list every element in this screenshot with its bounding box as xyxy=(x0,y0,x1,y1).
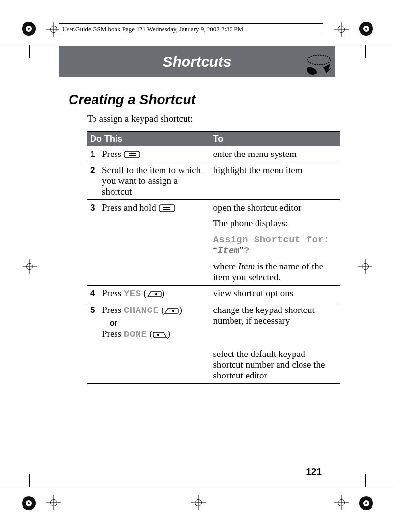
step-action: Press and hold xyxy=(99,200,210,286)
step-number: 1 xyxy=(87,146,99,162)
svg-point-5 xyxy=(365,28,367,30)
register-cross-icon xyxy=(358,259,372,274)
step-result: change the keypad shortcut number, if ne… xyxy=(210,302,340,384)
shortcuts-swirl-icon xyxy=(305,52,333,77)
crop-mark-icon xyxy=(358,495,374,511)
right-softkey-icon xyxy=(147,291,162,298)
svg-point-2 xyxy=(28,28,30,30)
svg-point-19 xyxy=(155,293,157,295)
step-result: view shortcut options xyxy=(210,286,340,302)
step-number: 3 xyxy=(87,200,99,286)
chapter-title: Shortcuts xyxy=(163,53,231,70)
or-label: or xyxy=(110,319,207,328)
register-cross-icon xyxy=(23,259,37,274)
step-action: Scroll to the item to which you want to … xyxy=(99,162,210,200)
svg-rect-17 xyxy=(163,207,170,208)
register-cross-icon xyxy=(334,22,349,37)
chapter-title-banner: Shortcuts xyxy=(59,46,335,77)
register-cross-icon xyxy=(191,495,206,510)
svg-rect-18 xyxy=(163,209,170,210)
step-action: Press xyxy=(99,146,210,162)
register-cross-icon xyxy=(46,495,61,510)
step-action: Press CHANGE () or Press DONE () xyxy=(99,302,210,384)
svg-point-21 xyxy=(157,334,159,336)
crop-mark-icon xyxy=(21,21,37,37)
table-row: 1 Press enter the menu system xyxy=(87,146,340,162)
crop-tick xyxy=(365,474,366,487)
svg-point-20 xyxy=(172,310,174,312)
svg-point-8 xyxy=(28,502,30,504)
crop-tick xyxy=(365,45,366,58)
step-result: open the shortcut editor The phone displ… xyxy=(210,200,340,286)
svg-point-11 xyxy=(365,502,367,504)
register-cross-icon xyxy=(334,495,349,510)
table-row: 4 Press YES () view shortcut options xyxy=(87,286,340,302)
crop-tick xyxy=(29,474,30,487)
left-softkey-icon xyxy=(153,332,167,338)
section-heading: Creating a Shortcut xyxy=(69,92,322,108)
svg-point-12 xyxy=(308,55,330,65)
table-row: 5 Press CHANGE () or Press DONE () chang… xyxy=(87,302,340,384)
step-number: 5 xyxy=(87,302,99,384)
page-content: Creating a Shortcut To assign a keypad s… xyxy=(69,83,322,384)
svg-rect-15 xyxy=(129,155,136,156)
svg-rect-16 xyxy=(159,205,175,212)
table-head-do: Do This xyxy=(87,132,210,146)
page-number: 121 xyxy=(306,466,322,477)
step-action: Press YES () xyxy=(99,286,210,302)
table-row: 3 Press and hold open the shortcut edito… xyxy=(87,200,340,286)
crop-tick xyxy=(29,45,30,58)
intro-text: To assign a keypad shortcut: xyxy=(87,113,322,124)
step-number: 4 xyxy=(87,286,99,302)
right-softkey-icon xyxy=(164,308,179,314)
menu-key-icon xyxy=(124,151,140,158)
steps-table: Do This To 1 Press enter the menu system… xyxy=(87,131,340,384)
crop-mark-icon xyxy=(21,495,37,511)
table-head-to: To xyxy=(210,132,340,146)
crop-line xyxy=(0,45,395,45)
file-path-note: User.Guide.GSM.book Page 121 Wednesday, … xyxy=(59,23,323,35)
svg-rect-14 xyxy=(129,153,136,154)
step-result: highlight the menu item xyxy=(210,162,340,200)
table-row: 2 Scroll to the item to which you want t… xyxy=(87,162,340,200)
menu-key-icon xyxy=(159,204,175,212)
crop-mark-icon xyxy=(358,21,374,37)
svg-rect-13 xyxy=(124,151,140,158)
crop-line xyxy=(0,487,395,487)
step-result: enter the menu system xyxy=(210,146,340,162)
step-number: 2 xyxy=(87,162,99,200)
